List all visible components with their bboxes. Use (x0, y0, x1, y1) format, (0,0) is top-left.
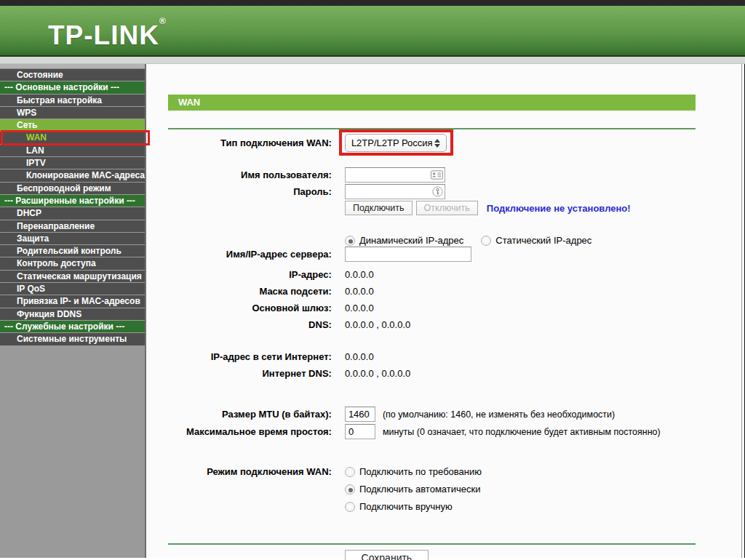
password-key-icon[interactable] (432, 186, 443, 200)
auto-radio[interactable] (345, 484, 355, 495)
dynamic-ip-radio[interactable] (345, 236, 355, 246)
sidebar-item-16[interactable]: Статическая маршрутизация (0, 271, 145, 283)
username-label: Имя пользователя: (168, 169, 332, 180)
manual-radio[interactable] (345, 502, 355, 512)
connect-button[interactable]: Подключить (345, 201, 413, 215)
connection-status-text: Подключение не установлено! (487, 203, 631, 214)
sidebar-item-label: --- Основные настройки --- (4, 82, 119, 92)
disconnect-button[interactable]: Отключить (416, 201, 478, 215)
sidebar-item-20[interactable]: --- Служебные настройки --- (0, 321, 145, 333)
mtu-input[interactable] (345, 407, 375, 422)
content-area: Состояние--- Основные настройки ---Быстр… (0, 64, 745, 558)
server-input[interactable] (345, 247, 471, 262)
sidebar-item-6[interactable]: LAN (0, 145, 145, 157)
wan-mode-option-manual[interactable]: Подключить вручную (345, 501, 482, 512)
sidebar-item-label: Сеть (17, 120, 37, 130)
sidebar-item-label: --- Расширенные настройки --- (4, 196, 135, 206)
tplink-logo: TP-LINK® (48, 16, 167, 51)
sidebar-item-label: Состояние (17, 70, 63, 80)
sidebar-item-13[interactable]: Защита (0, 233, 145, 245)
inet-ip-label: IP-адрес в сети Интернет: (168, 351, 332, 362)
on-demand-label[interactable]: Подключить по требованию (359, 466, 482, 477)
sidebar-item-label: WAN (26, 132, 47, 143)
sidebar-item-15[interactable]: Контроль доступа (0, 257, 145, 270)
sidebar-item-9[interactable]: Беспроводной режим (0, 183, 145, 195)
sidebar-item-label: DHCP (17, 208, 41, 218)
sidebar-item-5[interactable]: WAN (0, 132, 145, 144)
sidebar-item-4[interactable]: Сеть (0, 119, 145, 132)
sidebar-item-17[interactable]: IP QoS (0, 283, 145, 295)
sidebar-item-14[interactable]: Родительский контроль (0, 245, 145, 257)
sidebar-item-label: Защита (17, 233, 49, 244)
form-top-divider (168, 128, 696, 129)
static-ip-option[interactable]: Статический IP-адрес (481, 235, 591, 246)
sidebar-item-11[interactable]: DHCP (0, 207, 145, 220)
sidebar-item-label: Клонирование MAC-адреса (26, 170, 145, 180)
sidebar-item-label: IP QoS (17, 284, 45, 294)
wan-mode-option-auto[interactable]: Подключить автоматически (345, 484, 482, 495)
sidebar-item-12[interactable]: Перенаправление (0, 220, 145, 233)
sidebar-item-2[interactable]: Быстрая настройка (0, 95, 145, 107)
server-label: Имя/IP-адрес сервера: (168, 249, 332, 260)
wan-type-select[interactable]: L2TP/L2TP Россия (345, 134, 447, 152)
wan-mode-label: Режим подключения WAN: (168, 466, 332, 477)
sidebar-item-7[interactable]: IPTV (0, 157, 145, 169)
idle-input[interactable] (345, 424, 375, 439)
main-frame: WAN Тип подключения WAN: L2TP/L2TP Росси… (146, 64, 741, 558)
inet-dns-value: 0.0.0.0 , 0.0.0.0 (345, 368, 410, 379)
right-frame-strip (741, 64, 745, 558)
sidebar-item-label: Контроль доступа (17, 258, 96, 268)
sidebar-item-1[interactable]: --- Основные настройки --- (0, 81, 145, 94)
window-top-strip (0, 0, 745, 6)
page-title: WAN (168, 95, 696, 111)
sidebar-item-19[interactable]: Функция DDNS (0, 308, 145, 321)
static-ip-radio[interactable] (481, 236, 491, 246)
sidebar-item-label: LAN (26, 145, 44, 156)
sidebar-item-18[interactable]: Привязка IP- и MAC-адресов (0, 295, 145, 308)
sidebar-item-8[interactable]: Клонирование MAC-адреса (0, 169, 145, 182)
sidebar-menu: Состояние--- Основные настройки ---Быстр… (0, 69, 145, 346)
sidebar-item-label: Функция DDNS (17, 309, 81, 319)
dynamic-ip-label[interactable]: Динамический IP-адрес (359, 235, 463, 246)
sidebar-item-label: Системные инструменты (17, 334, 127, 344)
sidebar-item-label: Родительский контроль (17, 246, 121, 256)
on-demand-radio[interactable] (345, 467, 355, 477)
subnet-mask-value: 0.0.0.0 (345, 286, 374, 297)
registered-trademark: ® (159, 16, 167, 26)
tplink-logo-text: TP-LINK (48, 20, 159, 50)
inet-ip-value: 0.0.0.0 (345, 351, 374, 362)
sidebar-item-label: IPTV (26, 158, 46, 168)
wan-mode-option-on-demand[interactable]: Подключить по требованию (345, 466, 482, 477)
sidebar-top-strip (0, 64, 145, 69)
save-button[interactable]: Сохранить (345, 550, 429, 560)
static-ip-label[interactable]: Статический IP-адрес (495, 235, 591, 246)
password-input[interactable] (345, 184, 445, 199)
auto-label[interactable]: Подключить автоматически (359, 484, 481, 495)
sidebar-item-label: Перенаправление (17, 221, 95, 231)
wan-type-selected-value: L2TP/L2TP Россия (351, 137, 434, 148)
idle-label: Максимальное время простоя: (168, 426, 332, 437)
brand-header: TP-LINK® (0, 6, 745, 57)
ip-address-label: IP-адрес: (168, 269, 332, 280)
annotation-box-wan (1, 130, 150, 145)
sidebar-item-21[interactable]: Системные инструменты (0, 333, 145, 345)
form-bottom-divider (168, 543, 696, 545)
dns-label: DNS: (168, 319, 332, 330)
sidebar-item-label: --- Служебные настройки --- (4, 321, 124, 332)
wan-type-label: Тип подключения WAN: (168, 137, 332, 148)
dynamic-ip-option[interactable]: Динамический IP-адрес (345, 235, 463, 246)
gateway-label: Основной шлюз: (168, 303, 332, 313)
sidebar: Состояние--- Основные настройки ---Быстр… (0, 64, 146, 558)
password-label: Пароль: (168, 186, 332, 197)
sidebar-item-10[interactable]: --- Расширенные настройки --- (0, 195, 145, 207)
sidebar-item-label: Быстрая настройка (17, 95, 102, 105)
sidebar-item-3[interactable]: WPS (0, 107, 145, 119)
dns-value: 0.0.0.0 , 0.0.0.0 (345, 319, 410, 330)
sidebar-item-label: Привязка IP- и MAC-адресов (17, 296, 140, 306)
manual-label[interactable]: Подключить вручную (359, 501, 453, 512)
idle-hint: минуты (0 означает, что подключение буде… (383, 427, 661, 437)
sidebar-item-0[interactable]: Состояние (0, 69, 145, 81)
contact-autofill-icon[interactable] (431, 169, 443, 183)
header-divider-band (0, 57, 745, 64)
mtu-hint: (по умолчанию: 1460, не изменять без нео… (383, 409, 615, 420)
